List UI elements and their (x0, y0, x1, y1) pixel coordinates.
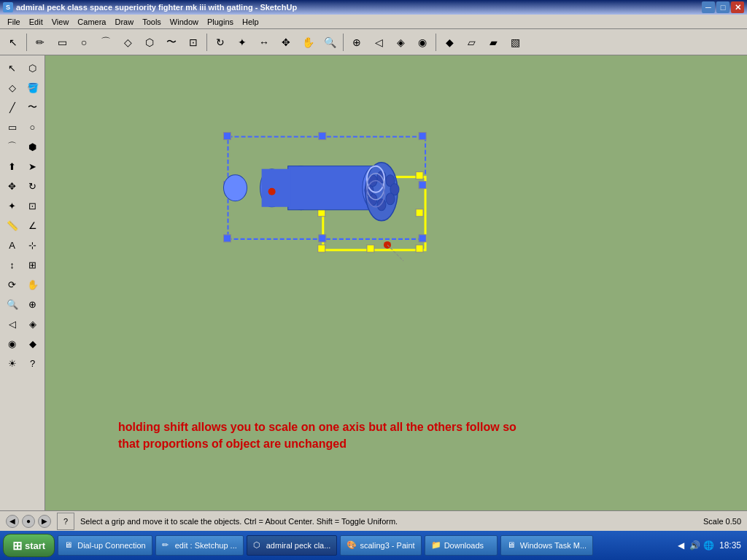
svg-rect-31 (262, 169, 291, 207)
taskbar-dial-up[interactable]: 🖥 Dial-up Connection (58, 535, 152, 556)
svg-rect-7 (367, 245, 374, 252)
toolbar-btn-3[interactable]: ⌒ (96, 32, 116, 52)
left-tool-2-0[interactable]: ╱ (3, 98, 22, 117)
canvas-area[interactable]: holding shift allows you to scale on one… (45, 55, 747, 510)
close-button[interactable]: ✕ (731, 1, 744, 13)
toolbar-btn-15[interactable]: ◁ (368, 32, 389, 52)
menu-draw[interactable]: Draw (110, 16, 138, 28)
left-tool-4-1[interactable]: ⬢ (23, 137, 42, 156)
left-tool-5-0[interactable]: ⬆ (3, 157, 22, 176)
toolbar-btn-7[interactable]: ⊡ (183, 32, 204, 52)
annotation-line1: holding shift allows you to scale on one… (118, 419, 516, 435)
maximize-button[interactable]: □ (716, 1, 729, 13)
toolbar-btn-17[interactable]: ◉ (412, 32, 433, 52)
left-tool-9-1[interactable]: ⊹ (23, 236, 42, 254)
taskbar-admiral-peck[interactable]: ⬡ admiral peck cla... (247, 535, 338, 556)
menu-edit[interactable]: Edit (25, 16, 47, 28)
left-tool-6-0[interactable]: ✥ (3, 176, 22, 195)
toolbar-btn-0[interactable]: ✏ (30, 32, 50, 52)
menu-plugins[interactable]: Plugins (203, 16, 238, 28)
toolbar-btn-9[interactable]: ✦ (232, 32, 252, 52)
svg-point-37 (384, 241, 391, 249)
left-tool-2-1[interactable]: 〜 (23, 98, 42, 117)
left-tool-8-0[interactable]: 📏 (3, 216, 22, 235)
downloads-icon: 📁 (431, 540, 441, 551)
left-tool-11-0[interactable]: ⟳ (3, 275, 22, 294)
toolbar-btn-8[interactable]: ↻ (210, 32, 231, 52)
toolbar-btn-16[interactable]: ◈ (390, 32, 411, 52)
toolbar-btn-4[interactable]: ◇ (117, 32, 138, 52)
left-tool-3-1[interactable]: ○ (23, 117, 42, 136)
left-tool-12-1[interactable]: ⊕ (23, 295, 42, 314)
left-tool-13-1[interactable]: ◈ (23, 314, 42, 333)
taskbar-task-manager[interactable]: 🖥 Windows Task M... (500, 535, 594, 556)
left-tool-3-0[interactable]: ▭ (3, 117, 22, 136)
toolbar-btn-21[interactable]: ▧ (505, 32, 525, 52)
left-tool-1-0[interactable]: ◇ (3, 78, 22, 97)
toolbar-btn-12[interactable]: ✋ (298, 32, 318, 52)
left-tool-7-0[interactable]: ✦ (3, 196, 22, 215)
left-tool-7-1[interactable]: ⊡ (23, 196, 42, 215)
left-tool-11-1[interactable]: ✋ (23, 275, 42, 294)
svg-point-36 (268, 188, 276, 195)
scale-display: Scale 0.50 (703, 517, 741, 526)
back-circle[interactable]: ◀ (6, 515, 19, 528)
minimize-button[interactable]: ─ (702, 1, 715, 13)
start-button[interactable]: ⊞ start (3, 534, 55, 557)
menu-help[interactable]: Help (238, 16, 263, 28)
fwd-circle[interactable]: ▶ (38, 515, 51, 528)
dial-up-icon: 🖥 (64, 540, 74, 551)
left-tool-15-0[interactable]: ☀ (3, 354, 22, 373)
left-tool-14-0[interactable]: ◉ (3, 334, 22, 353)
left-tool-4-0[interactable]: ⌒ (3, 137, 22, 156)
svg-rect-4 (318, 245, 325, 252)
left-tool-0-1[interactable]: ⬡ (23, 58, 42, 77)
menu-window[interactable]: Window (166, 16, 203, 28)
tray-sound-icon[interactable]: 🔊 (689, 540, 701, 551)
toolbar-btn-6[interactable]: 〜 (161, 32, 182, 52)
left-tool-13-0[interactable]: ◁ (3, 314, 22, 333)
left-tool-0-0[interactable]: ↖ (3, 58, 22, 77)
left-tool-10-0[interactable]: ↕ (3, 255, 22, 274)
left-tool-6-1[interactable]: ↻ (23, 176, 42, 195)
help-button[interactable]: ? (57, 513, 74, 530)
svg-point-32 (224, 175, 247, 201)
left-tool-12-0[interactable]: 🔍 (3, 295, 22, 314)
main-area: ↖⬡◇🪣╱〜▭○⌒⬢⬆➤✥↻✦⊡📏∠A⊹↕⊞⟳✋🔍⊕◁◈◉◆☀? (0, 55, 747, 510)
toolbar-btn-14[interactable]: ⊕ (347, 32, 367, 52)
tray-arrow-icon[interactable]: ◀ (676, 540, 687, 551)
left-tool-15-1[interactable]: ? (23, 354, 42, 373)
taskbar-task-manager-label: Windows Task M... (520, 541, 587, 550)
menu-file[interactable]: File (3, 16, 25, 28)
annotation-text: holding shift allows you to scale on one… (118, 419, 516, 452)
left-tool-10-1[interactable]: ⊞ (23, 255, 42, 274)
menu-view[interactable]: View (47, 16, 74, 28)
taskbar-scaling-paint[interactable]: 🎨 scaling3 - Paint (340, 535, 421, 556)
toolbar-btn-13[interactable]: 🔍 (320, 32, 340, 52)
menu-tools[interactable]: Tools (138, 16, 166, 28)
start-label: start (25, 540, 45, 551)
left-tool-5-1[interactable]: ➤ (23, 157, 42, 176)
toolbar-btn-2[interactable]: ○ (74, 32, 94, 52)
toolbar-btn-20[interactable]: ▰ (483, 32, 503, 52)
title-bar-buttons[interactable]: ─ □ ✕ (702, 1, 744, 13)
toolbar-btn-10[interactable]: ↔ (254, 32, 274, 52)
tray-network-icon[interactable]: 🌐 (703, 540, 715, 551)
toolbar-btn-11[interactable]: ✥ (276, 32, 296, 52)
toolbar-select[interactable]: ↖ (3, 32, 23, 52)
menu-camera[interactable]: Camera (73, 16, 110, 28)
left-tool-1-1[interactable]: 🪣 (23, 78, 42, 97)
taskbar-right: ◀ 🔊 🌐 18:35 (676, 540, 744, 551)
prev-circle[interactable]: ● (22, 515, 35, 528)
toolbar-btn-1[interactable]: ▭ (52, 32, 72, 52)
toolbar-btn-5[interactable]: ⬡ (139, 32, 160, 52)
status-bar: ◀ ● ▶ ? Select a grip and move it to sca… (0, 510, 747, 531)
svg-rect-9 (416, 209, 423, 217)
left-tool-14-1[interactable]: ◆ (23, 334, 42, 353)
toolbar-btn-18[interactable]: ◆ (439, 32, 460, 52)
left-tool-9-0[interactable]: A (3, 236, 22, 254)
taskbar-edit-sketchup[interactable]: ✏ edit : Sketchup ... (155, 535, 244, 556)
toolbar-btn-19[interactable]: ▱ (461, 32, 481, 52)
taskbar-downloads[interactable]: 📁 Downloads (425, 535, 498, 556)
left-tool-8-1[interactable]: ∠ (23, 216, 42, 235)
